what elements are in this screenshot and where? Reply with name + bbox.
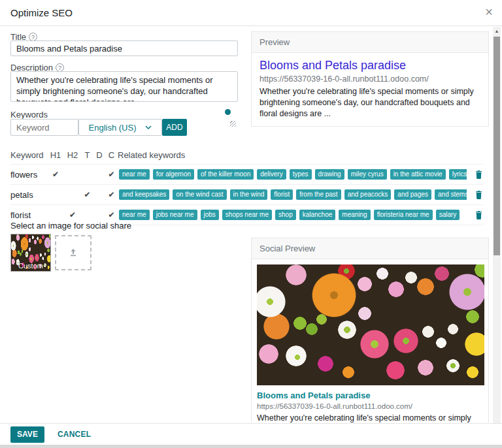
vertical-scrollbar[interactable]: ▲ ▼	[493, 27, 501, 429]
serp-preview-box: Preview Blooms and Petals paradise https…	[251, 31, 489, 127]
related-keywords-cell: near mefor algernonof the killer moondel…	[118, 169, 467, 180]
related-keywords-cell: and keepsakeson the wind castin the wind…	[118, 189, 467, 200]
save-button[interactable]: SAVE	[10, 426, 44, 443]
keyword-cell: florist	[10, 210, 47, 220]
related-keyword-tag[interactable]: near me	[119, 210, 150, 220]
related-keyword-tag[interactable]: and keepsakes	[119, 189, 169, 200]
related-keyword-tag[interactable]: and stems	[435, 189, 467, 200]
keyword-table-row: petals ✔ ✔ and keepsakeson the wind cast…	[10, 185, 484, 205]
related-keyword-tag[interactable]: of the killer moon	[197, 169, 254, 180]
delete-keyword-icon[interactable]	[467, 191, 484, 199]
social-preview-title: Blooms and Petals paradise	[257, 391, 483, 400]
related-keyword-tag[interactable]: near me	[119, 169, 150, 180]
check-cell-c: ✔	[105, 170, 118, 179]
keyword-cell: petals	[10, 190, 47, 200]
dialog-header: Optimize SEO ×	[0, 0, 502, 26]
serp-preview-url: https://56337039-16-0-all.runbot111.odoo…	[259, 74, 480, 84]
close-icon[interactable]: ×	[485, 5, 493, 18]
related-keyword-tag[interactable]: types	[290, 169, 312, 180]
social-preview-description: Whether you're celebrating life's specia…	[257, 413, 483, 423]
modal-backdrop	[0, 445, 502, 448]
upload-image-button[interactable]	[55, 235, 92, 270]
related-keyword-tag[interactable]: in the attic movie	[390, 169, 446, 180]
related-keyword-tag[interactable]: jobs near me	[153, 210, 197, 220]
scrollbar-thumb[interactable]	[494, 37, 500, 255]
social-preview-url: https://56337039-16-0-all.runbot111.odoo…	[257, 402, 483, 410]
column-header-h1: H1	[47, 150, 64, 160]
related-keyword-tag[interactable]: kalanchoe	[299, 210, 336, 220]
delete-keyword-icon[interactable]	[467, 170, 484, 179]
related-keyword-tag[interactable]: jobs	[201, 210, 219, 220]
keywords-label: Keywords	[10, 110, 48, 120]
social-share-label: Select an image for social share	[10, 221, 131, 231]
related-keyword-tag[interactable]: for algernon	[153, 169, 194, 180]
description-size-indicator	[225, 109, 231, 115]
related-keyword-tag[interactable]: florist	[271, 189, 293, 200]
flowers-social-image	[257, 264, 484, 385]
column-header-related: Related keywords	[118, 150, 467, 160]
delete-keyword-icon[interactable]	[467, 211, 484, 219]
custom-image-label: Custom	[11, 262, 50, 270]
cancel-button[interactable]: CANCEL	[58, 430, 91, 439]
language-select[interactable]: English (US)	[78, 119, 162, 136]
add-keyword-button[interactable]: ADD	[162, 119, 187, 136]
related-keyword-tag[interactable]: from the past	[296, 189, 341, 200]
scroll-up-icon[interactable]: ▲	[493, 27, 501, 35]
keyword-table-rows: flowers ✔ ✔ near mefor algernonof the ki…	[10, 165, 484, 225]
related-keyword-tag[interactable]: meaning	[339, 210, 370, 220]
related-keyword-tag[interactable]: shops near me	[222, 210, 272, 220]
related-keyword-tag[interactable]: drawing	[315, 169, 344, 180]
dialog-footer: SAVE CANCEL	[0, 423, 502, 445]
check-cell-t: ✔	[81, 190, 93, 199]
keyword-input[interactable]	[10, 119, 78, 136]
related-keyword-tag[interactable]: and peacocks	[344, 189, 392, 200]
related-keyword-tag[interactable]: floristeria near me	[374, 210, 433, 220]
column-header-d: D	[93, 150, 105, 160]
seo-dialog: Optimize SEO × Title ? Description ? Whe…	[0, 0, 502, 445]
preview-header: Preview	[252, 32, 488, 53]
related-keyword-tag[interactable]: on the wind cast	[173, 189, 226, 200]
serp-preview-card: Blooms and Petals paradise https://56337…	[252, 53, 488, 126]
column-header-h2: H2	[64, 150, 81, 160]
related-keyword-tag[interactable]: shop	[275, 210, 296, 220]
keyword-cell: flowers	[10, 170, 47, 180]
upload-icon	[69, 248, 78, 257]
social-preview-box: Social Preview Blooms and Petals paradis…	[251, 238, 489, 423]
related-keyword-tag[interactable]: lyrics	[449, 169, 467, 180]
column-header-t: T	[81, 150, 93, 160]
related-keywords-cell: near mejobs near mejobsshops near meshop…	[118, 210, 467, 220]
dialog-title: Optimize SEO	[10, 7, 73, 18]
check-cell-h1: ✔	[47, 170, 64, 179]
chevron-down-icon	[145, 125, 152, 129]
serp-preview-description: Whether you're celebrating life's specia…	[259, 86, 480, 120]
column-header-keyword: Keyword	[10, 150, 47, 160]
keyword-table-row: flowers ✔ ✔ near mefor algernonof the ki…	[10, 165, 484, 185]
social-preview-header: Social Preview	[252, 238, 488, 259]
keyword-table-header: Keyword H1 H2 T D C Related keywords	[10, 146, 484, 165]
related-keyword-tag[interactable]: salary	[436, 210, 460, 220]
check-cell-c: ✔	[105, 190, 118, 199]
related-keyword-tag[interactable]: and pages	[394, 189, 431, 200]
check-cell-c: ✔	[105, 210, 118, 219]
social-preview-card: Blooms and Petals paradise https://56337…	[252, 259, 488, 423]
social-image-custom-thumbnail[interactable]: Custom	[10, 234, 51, 272]
title-input[interactable]	[10, 40, 238, 56]
serp-preview-title: Blooms and Petals paradise	[259, 59, 480, 72]
check-cell-h2: ✔	[64, 210, 81, 219]
related-keyword-tag[interactable]: miley cyrus	[348, 169, 387, 180]
related-keyword-tag[interactable]: in the wind	[230, 189, 268, 200]
textarea-resize-handle[interactable]	[230, 121, 236, 127]
dialog-body: Title ? Description ? Whether you're cel…	[0, 27, 492, 423]
related-keyword-tag[interactable]: delivery	[257, 169, 286, 180]
description-textarea[interactable]: Whether you're celebrating life's specia…	[10, 71, 238, 102]
column-header-c: C	[105, 150, 118, 160]
